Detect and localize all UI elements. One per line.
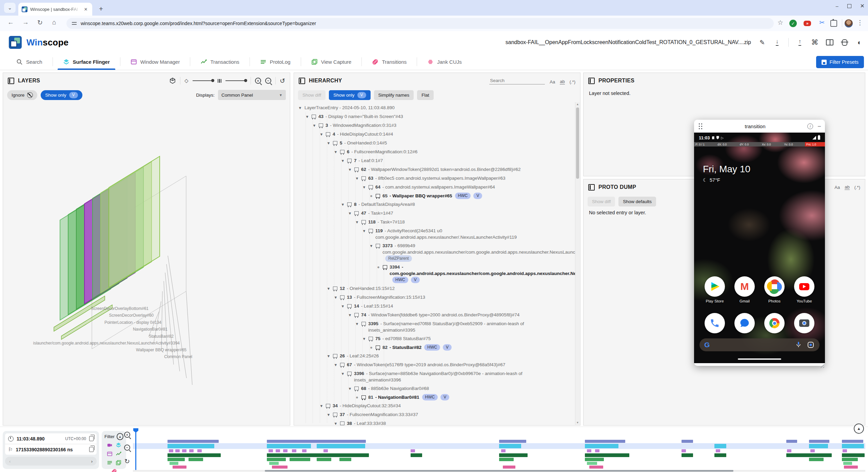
rect-label[interactable]: islauncher/com.google.android.apps.nexus…: [33, 341, 180, 346]
tree-node[interactable]: ▼34 - HideDisplayCutout:32:35#34: [295, 401, 575, 410]
timeline-block-transitions[interactable]: [844, 466, 858, 469]
timeline-canvas[interactable]: [133, 428, 865, 472]
timeline-block-surface-flinger[interactable]: [167, 444, 214, 448]
show-diff-button[interactable]: Show diff: [298, 90, 326, 100]
timeline-block-transactions[interactable]: [499, 453, 528, 457]
filter-tx-icon[interactable]: [116, 451, 121, 458]
tree-node[interactable]: ▼6 - FullscreenMagnification:0:12#6: [295, 148, 575, 156]
timeline-block-window-manager[interactable]: [716, 449, 720, 452]
back-icon[interactable]: ←: [7, 19, 14, 26]
scroll-up-icon[interactable]: ▲: [575, 103, 580, 106]
timeline-block-screen-recording[interactable]: [786, 440, 797, 443]
timeline-block-window-manager[interactable]: [595, 449, 599, 452]
rect-label[interactable]: Common Panel: [164, 354, 192, 359]
tree-node[interactable]: ▼75 - ed70f88 StatusBar#75: [295, 334, 575, 343]
extension-media-icon[interactable]: »: [803, 19, 812, 28]
timeline-block-window-manager[interactable]: [292, 449, 296, 452]
rect-label[interactable]: NavigationBar0#81: [133, 327, 167, 332]
timeline-block-transactions[interactable]: [411, 453, 422, 457]
expand-arrow-icon[interactable]: ▼: [327, 411, 331, 418]
timeline-block-transactions[interactable]: [585, 453, 630, 457]
timeline-block-protolog[interactable]: [842, 458, 858, 461]
tab-search[interactable]: Search: [6, 54, 53, 70]
app-icon-photos[interactable]: Photos: [764, 276, 785, 303]
simplify-names-button[interactable]: Simplify names: [374, 90, 414, 100]
rect-label[interactable]: PointerLocation - display 0#134: [104, 320, 161, 325]
hierarchy-scrollbar[interactable]: ▲ ▼: [575, 102, 580, 425]
filter-protolog-icon[interactable]: [107, 460, 113, 467]
timeline-block-window-manager[interactable]: [189, 449, 194, 452]
timeline-block-window-manager[interactable]: [787, 449, 791, 452]
timeline-block-transitions[interactable]: [173, 466, 186, 469]
timeline-block-transitions[interactable]: [503, 466, 515, 469]
rotation-slider[interactable]: [193, 80, 214, 81]
tree-node[interactable]: ▼7 - Leaf:0:1#7: [295, 156, 575, 165]
tree-node[interactable]: ▼68 - 885b63e NavigationBar0#68: [295, 384, 575, 393]
browser-menu-icon[interactable]: ⋮: [857, 19, 863, 26]
tab-surface-flinger[interactable]: Surface Flinger: [53, 54, 120, 70]
tree-node[interactable]: ▼67 - WindowToken{e5176f9 type=2019 andr…: [295, 360, 575, 369]
timeline-block-transactions[interactable]: [167, 453, 221, 457]
home-icon[interactable]: ⌂: [52, 19, 56, 26]
filter-transitions-icon[interactable]: [111, 469, 117, 472]
timeline-block-screen-recording[interactable]: [267, 440, 366, 443]
upload-icon[interactable]: ↑: [796, 39, 804, 46]
maximize-icon[interactable]: [847, 4, 851, 8]
match-case-toggle[interactable]: Aa: [834, 185, 840, 190]
timeline-block-surface-flinger[interactable]: [714, 444, 726, 448]
collapse-panel-icon[interactable]: [8, 78, 14, 84]
flat-button[interactable]: Flat: [417, 90, 434, 100]
tree-node[interactable]: ▼12 - OneHanded:15:15#12: [295, 284, 575, 293]
filter-videocam-icon[interactable]: [107, 442, 113, 449]
timeline-block-protolog[interactable]: [290, 458, 310, 461]
app-icon-phone[interactable]: [704, 313, 725, 333]
tab-close-icon[interactable]: ✕: [83, 6, 89, 12]
timeline-block-transactions[interactable]: [842, 453, 865, 457]
address-bar[interactable]: winscope.teams.x20web.corp.google.com/pr…: [66, 18, 774, 29]
collapse-timeline-icon[interactable]: ▲: [854, 424, 864, 434]
tree-node[interactable]: ▼47 - Task=1#47: [295, 209, 575, 218]
filter-vc-icon[interactable]: [116, 460, 121, 467]
timeline-block-window-manager[interactable]: [175, 449, 180, 452]
expand-arrow-icon[interactable]: ▼: [348, 166, 352, 173]
rects-3d-view[interactable]: ScreenDecorOverlayBottom#61ScreenDecorOv…: [3, 101, 290, 425]
timeline-zoom-out-icon[interactable]: −: [124, 445, 130, 451]
timeline-block-protolog[interactable]: [809, 458, 824, 461]
copy-ns-icon[interactable]: [89, 447, 94, 452]
expand-arrow-icon[interactable]: ▼: [334, 361, 338, 368]
timeline-block-window-manager[interactable]: [411, 449, 415, 452]
rect-label[interactable]: StatusBar#82: [149, 334, 174, 339]
timeline-block-protolog[interactable]: [585, 458, 604, 461]
tab-view-capture[interactable]: View Capture: [301, 54, 362, 70]
google-lens-icon[interactable]: [807, 341, 815, 349]
timeline-block-window-manager[interactable]: [810, 449, 815, 452]
tree-node[interactable]: ▼8 - DefaultTaskDisplayArea#8: [295, 200, 575, 209]
timeline-block-transitions[interactable]: [589, 466, 603, 469]
close-icon[interactable]: ✕: [860, 3, 865, 9]
tree-node[interactable]: ▼LayerTraceEntry - 2024-05-10, 11:03:48.…: [295, 103, 575, 112]
extensions-puzzle-icon[interactable]: [829, 19, 838, 28]
timeline-block-window-manager[interactable]: [323, 449, 328, 452]
timeline-block-view-capture[interactable]: [587, 462, 597, 465]
expand-arrow-icon[interactable]: ▼: [327, 140, 331, 146]
timeline-block-window-manager[interactable]: [682, 449, 686, 452]
timeline-block-surface-flinger[interactable]: [499, 444, 521, 448]
next-entry-icon[interactable]: ›: [91, 459, 93, 464]
tree-node[interactable]: ●3394 - com.google.android.apps.nexuslau…: [295, 263, 575, 284]
collapse-panel-icon[interactable]: [299, 78, 305, 84]
tree-node[interactable]: ●81 - NavigationBar0#81HWCV: [295, 393, 575, 401]
hierarchy-search-input[interactable]: [489, 77, 545, 84]
match-case-toggle[interactable]: Aa: [550, 79, 555, 84]
scissors-icon[interactable]: ✂: [819, 19, 825, 26]
regex-toggle[interactable]: (.*): [854, 185, 860, 190]
show-only-visible-button[interactable]: Show only V: [329, 90, 370, 100]
timeline-block-protolog[interactable]: [339, 458, 351, 461]
timeline-block-window-manager[interactable]: [197, 449, 202, 452]
app-icon-play-store[interactable]: Play Store: [704, 276, 725, 303]
timeline-block-window-manager[interactable]: [283, 449, 288, 452]
timeline-zoom-in-icon[interactable]: +: [124, 432, 130, 438]
collapse-panel-icon[interactable]: [588, 184, 595, 191]
transition-screenshot-window[interactable]: transition i – 11:03 ▷ P: 0 / 1dX: 0.0dY…: [694, 120, 825, 366]
timeline-block-protolog[interactable]: [167, 458, 185, 461]
expand-arrow-icon[interactable]: ▼: [334, 294, 338, 301]
